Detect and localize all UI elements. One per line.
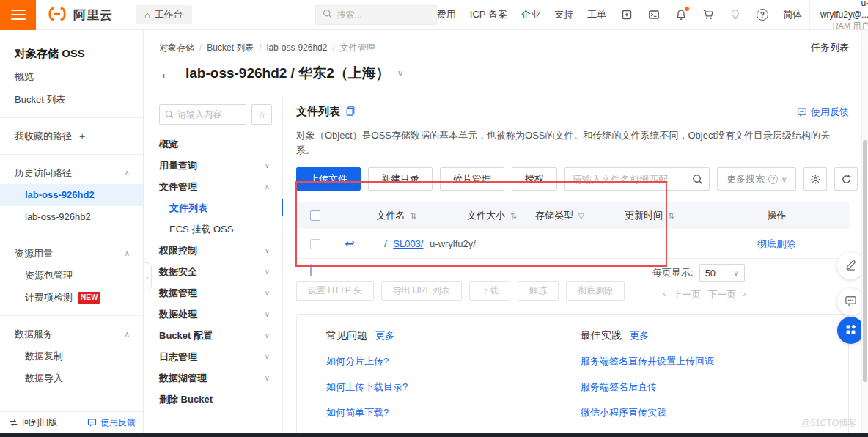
back-arrow-icon[interactable]: ← [159,65,174,82]
favorite-star-button[interactable]: ☆ [251,104,272,125]
menu-item-permission-control[interactable]: 权限控制∨ [144,240,282,261]
next-page-button[interactable]: 下一页 [707,288,736,301]
path-folder-link[interactable]: SL003/ [393,238,423,249]
menu-item-data-management[interactable]: 数据管理∨ [144,282,282,304]
bucket-menu-search[interactable] [159,104,246,125]
sidebar-feedback-link[interactable]: 使用反馈 [87,416,136,429]
row-checkbox[interactable] [310,239,320,249]
go-up-directory-icon[interactable]: ↩ [345,237,354,251]
breadcrumb-oss[interactable]: 对象存储 [159,42,194,54]
file-prefix-search-input[interactable] [565,174,685,185]
file-prefix-search[interactable] [564,167,710,191]
breadcrumb-bucket-name[interactable]: lab-oss-926hd2 [267,43,328,53]
faq-link-upload-download-directory[interactable]: 如何上传下载目录? [326,381,581,394]
quick-tools-fab[interactable] [837,317,864,344]
doc-icon[interactable] [345,106,356,118]
chat-support-fab[interactable] [837,288,864,315]
best-practice-link-signed-upload-callback[interactable]: 服务端签名直传并设置上传回调 [581,355,835,368]
menu-item-ecs-mount-oss[interactable]: ECS 挂载 OSS [144,218,282,240]
edit-feedback-fab[interactable] [837,252,864,279]
menu-item-data-processing[interactable]: 数据处理∨ [144,304,282,325]
notifications-bell-icon[interactable] [674,8,688,21]
sidebar-data-service-section[interactable]: 数据服务 ∧ [0,323,143,345]
best-practice-link-signed-upload[interactable]: 服务端签名后直传 [581,381,835,394]
sidebar-item-bucket-list[interactable]: Bucket 列表 [0,88,143,111]
restore-button[interactable]: 解冻 [518,281,559,301]
global-search[interactable] [315,5,437,25]
footer-select-all-checkbox[interactable] [310,264,312,276]
menu-item-log-management[interactable]: 日志管理∨ [144,346,282,367]
menu-item-file-list[interactable]: 文件列表 [144,197,282,218]
breadcrumb-bucket-list[interactable]: Bucket 列表 [207,42,254,54]
nav-billing[interactable]: 费用 [437,8,456,21]
menu-item-data-security[interactable]: 数据安全∨ [144,261,282,282]
faq-link-multipart-upload[interactable]: 如何分片上传? [326,355,581,368]
prev-page-button[interactable]: 上一页 [672,288,701,301]
help-icon[interactable]: ? [756,8,769,21]
scrollbar-track[interactable] [861,30,868,433]
nav-tickets[interactable]: 工单 [587,8,606,21]
more-search-button[interactable]: 更多搜索 ? ∨ [717,167,796,191]
permanently-delete-link[interactable]: 彻底删除 [704,238,849,251]
settings-gear-button[interactable] [803,167,827,191]
sidebar-history-section[interactable]: 历史访问路径 ∧ [0,161,143,184]
cart-icon[interactable] [702,8,715,21]
select-all-checkbox[interactable] [310,210,320,221]
new-directory-button[interactable]: 新建目录 [368,167,433,191]
next-arrow-icon[interactable]: › [743,288,746,301]
lightbulb-icon[interactable] [729,8,742,21]
sort-icon[interactable]: ⇅ [410,211,416,220]
scrollbar-thumb[interactable] [863,140,867,382]
cloudshell-icon[interactable] [647,8,661,21]
fragment-management-button[interactable]: 碎片管理 [440,167,504,191]
alibaba-cloud-logo[interactable]: 阿里云 [36,7,125,23]
menu-item-overview[interactable]: 概览 [144,133,282,155]
sidebar-favorite-paths[interactable]: 我收藏的路径 + [0,125,143,147]
sidebar-bucket-lab-oss-926hb2[interactable]: lab-oss-926hb2 [0,206,143,228]
sidebar-item-data-replication[interactable]: 数据复制 [0,345,143,367]
faq-link-simple-download[interactable]: 如何简单下载? [326,406,581,419]
menu-item-delete-bucket[interactable]: 删除 Bucket [144,389,282,410]
column-update-time[interactable]: 更新时间 [625,210,663,221]
search-icon[interactable] [685,168,709,190]
nav-support[interactable]: 支持 [554,8,573,21]
set-http-header-button[interactable]: 设置 HTTP 头 [296,281,374,301]
sidebar-item-data-import[interactable]: 数据导入 [0,367,143,389]
add-favorite-icon[interactable]: + [79,131,85,142]
filter-icon[interactable]: ▽ [578,211,584,220]
account-menu[interactable]: u-wrylfu2y@... RAM 用户 [809,0,868,30]
menu-item-usage-query[interactable]: 用量查询∨ [144,155,282,176]
bucket-menu-search-input[interactable] [177,109,240,120]
hamburger-menu-button[interactable] [0,0,36,30]
sort-icon[interactable]: ⇅ [668,211,674,220]
upload-file-button[interactable]: 上传文件 [296,167,361,191]
export-url-list-button[interactable]: 导出 URL 列表 [381,281,462,301]
sidebar-collapse-handle[interactable]: ‹ [144,262,152,290]
page-size-select[interactable]: 50 ∨ [699,264,745,282]
sidebar-item-overview[interactable]: 概览 [0,65,143,88]
sidebar-item-resource-packages[interactable]: 资源包管理 [0,265,143,287]
path-root-link[interactable]: / [384,238,387,249]
language-switcher[interactable]: 简体 [783,8,802,21]
download-button[interactable]: 下载 [469,281,510,301]
column-file-name[interactable]: 文件名 [377,210,405,221]
batch-delete-button[interactable]: 彻底删除 [566,281,625,301]
sidebar-resource-usage-section[interactable]: 资源用量 ∧ [0,242,143,265]
sidebar-item-billing-detection[interactable]: 计费项检测 NEW [0,287,143,309]
menu-item-file-management[interactable]: 文件管理∧ [144,176,282,197]
feedback-link[interactable]: 使用反馈 [797,106,849,119]
nav-enterprise[interactable]: 企业 [521,8,540,21]
best-practice-link-wechat-miniprogram[interactable]: 微信小程序直传实践 [581,406,835,419]
column-storage-type[interactable]: 存储类型 [535,210,573,221]
task-list-link[interactable]: 任务列表 [811,41,849,54]
column-file-size[interactable]: 文件大小 [467,210,505,221]
chevron-down-icon[interactable]: ∨ [397,68,404,78]
best-practice-more-link[interactable]: 更多 [630,329,649,342]
app-switcher-icon[interactable] [620,8,633,21]
faq-more-link[interactable]: 更多 [375,329,394,342]
refresh-button[interactable] [834,167,858,191]
global-search-input[interactable] [337,10,418,20]
authorize-button[interactable]: 授权 [512,167,557,191]
sort-icon[interactable]: ⇅ [510,211,517,220]
menu-item-bucket-config[interactable]: Bucket 配置∨ [144,325,282,346]
